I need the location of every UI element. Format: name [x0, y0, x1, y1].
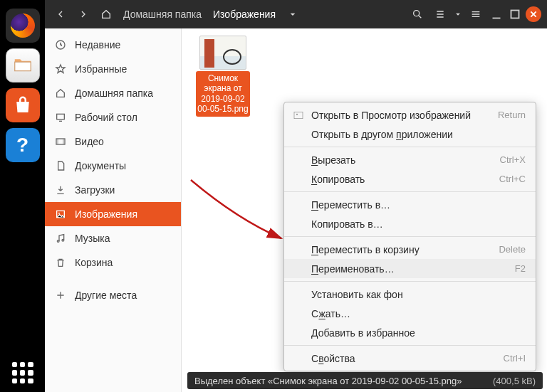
file-label: Снимок экрана от 2019-09-02 00-05-15.png — [196, 71, 250, 117]
ctx-rename[interactable]: Переименовать…F2 — [284, 259, 536, 278]
breadcrumb-current[interactable]: Изображения — [209, 9, 280, 20]
ctx-label: Добавить в избранное — [311, 327, 415, 339]
sidebar-item-label: Избранные — [75, 63, 127, 75]
file-item[interactable]: Снимок экрана от 2019-09-02 00-05-15.png — [196, 36, 250, 117]
minimize-button[interactable] — [489, 6, 504, 22]
dock-app-firefox[interactable] — [6, 9, 40, 43]
image-viewer-icon — [293, 110, 304, 121]
sidebar-item-recent[interactable]: Недавние — [45, 33, 181, 57]
ctx-separator — [284, 281, 536, 282]
ctx-open-default[interactable]: Открыть в Просмотр изображений Return — [284, 105, 536, 125]
search-button[interactable] — [407, 4, 427, 24]
video-icon — [55, 136, 66, 147]
svg-point-10 — [296, 113, 298, 115]
ctx-compress[interactable]: Сжать… — [284, 304, 536, 323]
ctx-copy-to[interactable]: Копировать в… — [284, 214, 536, 233]
statusbar-size: (400,5 kB) — [493, 376, 536, 386]
ctx-label: Переместить в корзину — [311, 244, 420, 255]
forward-button[interactable] — [73, 4, 93, 24]
sidebar-item-pictures[interactable]: Изображения — [45, 202, 181, 226]
ctx-properties[interactable]: СвойстваCtrl+I — [284, 349, 536, 368]
sidebar-item-label: Документы — [75, 160, 126, 171]
sidebar-item-downloads[interactable]: Загрузки — [45, 178, 181, 202]
sidebar-item-label: Музыка — [75, 233, 110, 244]
ctx-star[interactable]: Добавить в избранное — [284, 323, 536, 342]
statusbar: Выделен объект «Снимок экрана от 2019-09… — [187, 372, 543, 389]
clock-icon — [55, 39, 66, 51]
view-dropdown-icon[interactable] — [453, 4, 463, 24]
download-icon — [55, 184, 66, 196]
view-list-button[interactable] — [430, 4, 450, 24]
sidebar-item-starred[interactable]: Избранные — [45, 57, 181, 81]
ctx-separator — [284, 147, 536, 147]
question-icon: ? — [16, 134, 28, 157]
ctx-copy[interactable]: КопироватьCtrl+C — [284, 169, 536, 189]
sidebar: Недавние Избранные Домашняя папка Рабочи… — [45, 28, 182, 392]
dock-app-help[interactable]: ? — [6, 128, 40, 162]
ctx-label: Установить как фон — [311, 289, 403, 300]
document-icon — [55, 160, 66, 171]
svg-point-7 — [57, 240, 59, 243]
sidebar-item-documents[interactable]: Документы — [45, 154, 181, 178]
ctx-label: Копировать в… — [311, 218, 383, 230]
sidebar-item-label: Загрузки — [75, 184, 115, 196]
firefox-icon — [11, 14, 35, 38]
folder-icon — [12, 55, 33, 76]
ctx-separator — [284, 191, 536, 192]
sidebar-item-label: Рабочий стол — [75, 112, 137, 123]
ctx-accel: Return — [498, 110, 526, 120]
ctx-accel: Delete — [499, 244, 526, 255]
svg-rect-9 — [294, 112, 303, 118]
ctx-set-wallpaper[interactable]: Установить как фон — [284, 285, 536, 304]
chevron-down-icon[interactable] — [283, 4, 303, 24]
star-icon — [55, 63, 66, 75]
music-icon — [55, 233, 66, 244]
titlebar: Домашняя папка Изображения — [45, 0, 547, 28]
maximize-button[interactable] — [507, 6, 523, 22]
svg-point-0 — [414, 11, 420, 16]
context-menu: Открыть в Просмотр изображений Return От… — [283, 102, 536, 371]
file-thumbnail — [199, 36, 246, 70]
dock: ? — [0, 0, 45, 392]
plus-icon — [55, 290, 66, 301]
ctx-separator — [284, 345, 536, 346]
sidebar-item-label: Недавние — [75, 39, 120, 51]
svg-rect-1 — [511, 11, 519, 18]
ctx-cut[interactable]: ВырезатьCtrl+X — [284, 150, 536, 169]
dock-app-files[interactable] — [6, 48, 40, 83]
sidebar-item-desktop[interactable]: Рабочий стол — [45, 105, 181, 129]
sidebar-item-home[interactable]: Домашняя папка — [45, 81, 181, 105]
ctx-accel: Ctrl+X — [500, 154, 526, 165]
close-button[interactable] — [526, 6, 541, 22]
image-icon — [55, 208, 66, 220]
svg-point-8 — [62, 239, 64, 241]
back-button[interactable] — [51, 4, 71, 24]
sidebar-item-music[interactable]: Музыка — [45, 226, 181, 250]
ctx-label: Свойства — [311, 353, 355, 364]
ctx-label: Переместить в… — [311, 199, 390, 211]
dock-app-software[interactable] — [6, 88, 40, 122]
sidebar-item-trash[interactable]: Корзина — [45, 250, 181, 275]
ctx-trash[interactable]: Переместить в корзинуDelete — [284, 240, 536, 259]
file-manager-window: Домашняя папка Изображения Недавние Избр… — [45, 0, 547, 392]
trash-icon — [55, 257, 66, 268]
desktop-icon — [55, 112, 66, 123]
breadcrumb-home[interactable]: Домашняя папка — [119, 9, 206, 20]
sidebar-item-other-locations[interactable]: Другие места — [45, 283, 181, 307]
sidebar-item-label: Изображения — [75, 208, 137, 220]
ctx-label: Переименовать… — [311, 263, 395, 275]
hamburger-menu-button[interactable] — [466, 4, 486, 24]
ctx-label: Копировать — [311, 174, 365, 185]
home-icon[interactable] — [96, 4, 116, 24]
ctx-move-to[interactable]: Переместить в… — [284, 195, 536, 214]
ctx-open-with[interactable]: Открыть в другом приложении — [284, 125, 536, 144]
sidebar-item-label: Видео — [75, 136, 104, 147]
statusbar-text: Выделен объект «Снимок экрана от 2019-09… — [194, 376, 462, 386]
svg-point-6 — [58, 213, 60, 214]
ctx-accel: Ctrl+I — [504, 353, 526, 364]
dock-apps-grid-button[interactable] — [0, 362, 45, 383]
home-icon — [55, 88, 66, 99]
grid-icon — [12, 362, 33, 383]
sidebar-item-videos[interactable]: Видео — [45, 129, 181, 154]
ctx-accel: F2 — [515, 263, 526, 274]
